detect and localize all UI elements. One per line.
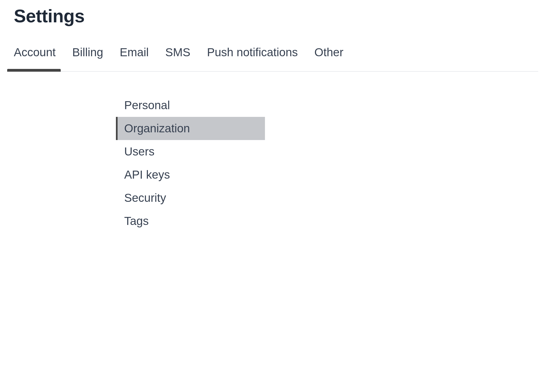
nav-item-personal[interactable]: Personal [116, 94, 265, 117]
tab-email[interactable]: Email [120, 46, 149, 71]
tab-other[interactable]: Other [314, 46, 343, 71]
tabs-bar: Account Billing Email SMS Push notificat… [14, 46, 538, 72]
nav-item-api-keys[interactable]: API keys [116, 163, 265, 186]
side-nav: Personal Organization Users API keys Sec… [116, 94, 265, 233]
nav-item-organization[interactable]: Organization [116, 117, 265, 140]
tab-sms[interactable]: SMS [165, 46, 190, 71]
tab-push-notifications[interactable]: Push notifications [207, 46, 298, 71]
page-title: Settings [14, 6, 538, 26]
nav-item-tags[interactable]: Tags [116, 210, 265, 233]
nav-item-users[interactable]: Users [116, 140, 265, 163]
tab-account[interactable]: Account [14, 46, 56, 71]
nav-item-security[interactable]: Security [116, 186, 265, 210]
content-area: Personal Organization Users API keys Sec… [14, 94, 538, 233]
tab-billing[interactable]: Billing [72, 46, 103, 71]
